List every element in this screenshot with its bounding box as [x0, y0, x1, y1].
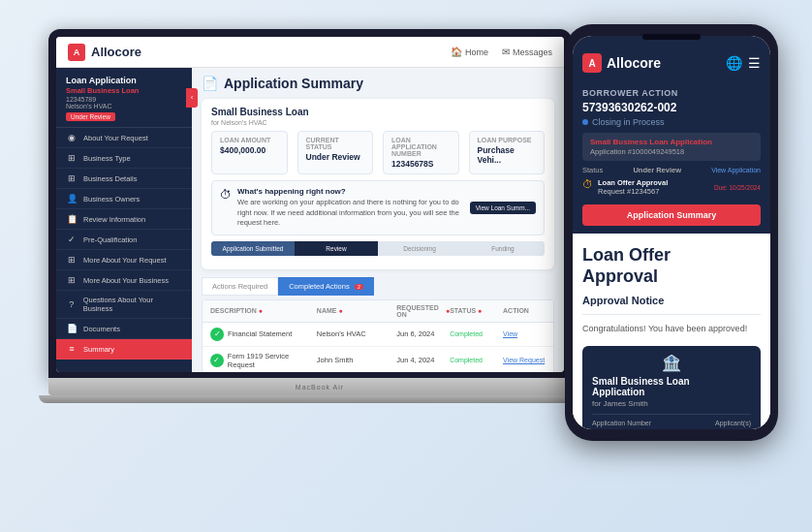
loan-status-card: Current Status Under Review — [297, 131, 374, 174]
sidebar-item-business-owners[interactable]: 👤 Business Owners — [56, 189, 192, 209]
cell-date-0: Jun 6, 2024 — [396, 329, 450, 338]
logo-text: Allocore — [91, 45, 141, 59]
table-row: ✓ Form 1919 Service Request John Smith J… — [203, 347, 553, 373]
happening-box: ⏱ What's happening right now? We are wor… — [211, 180, 545, 235]
borrower-offer-left: ⏱ Loan Offer Approval Request #1234567 — [582, 178, 668, 196]
col-description: Description ● — [210, 304, 317, 318]
nav-messages[interactable]: ✉ Messages — [502, 47, 552, 57]
sidebar-item-about[interactable]: ◉ About Your Request — [56, 128, 192, 148]
phone-globe-icon[interactable]: 🌐 — [726, 55, 742, 71]
more-business-icon: ⊞ — [66, 275, 78, 285]
col-requested-on: Requested On ● — [396, 304, 450, 318]
sidebar-item-business-type[interactable]: ⊞ Business Type — [56, 148, 192, 169]
progress-step-funding: Funding — [461, 241, 545, 256]
phone: A Allocore 🌐 ☰ Borrower Action 573936302… — [565, 24, 778, 441]
borrower-action-panel: Borrower Action 57393630262-002 Closing … — [573, 80, 770, 234]
col-name: Name ● — [317, 304, 396, 318]
phone-screen: A Allocore 🌐 ☰ Borrower Action 573936302… — [573, 36, 770, 429]
progress-step-submitted: Application Submitted — [211, 241, 295, 256]
sidebar-item-documents[interactable]: 📄 Documents — [56, 319, 192, 339]
sidebar-loan-id: 12345789 — [66, 96, 182, 103]
sidebar-item-prequalification[interactable]: ✓ Pre-Qualification — [56, 230, 192, 250]
status-completed-1: Completed — [450, 357, 483, 363]
progress-bar: Application Submitted Review Decisioning… — [211, 241, 545, 256]
loan-info-row: Loan Amount $400,000.00 Current Status U… — [211, 131, 545, 174]
loan-number-value: 12345678S — [391, 159, 451, 169]
sidebar-item-summary[interactable]: ≡ Summary — [56, 339, 192, 360]
cell-action-1[interactable]: View Request — [503, 357, 546, 363]
borrower-offer-title: Loan Offer Approval — [598, 178, 668, 187]
cell-action-0[interactable]: View — [503, 330, 546, 337]
progress-step-decisioning: Decisioning — [378, 241, 461, 256]
loan-offer-text: Congratulations! You have been approved! — [582, 323, 761, 336]
status-check-1: ✓ — [210, 354, 224, 367]
phone-app-logo: A Allocore — [582, 53, 661, 73]
sidebar-item-more-request[interactable]: ⊞ More About Your Request — [56, 250, 192, 270]
loan-amount-label: Loan Amount — [220, 137, 279, 143]
borrower-closing: Closing in Process — [582, 117, 761, 127]
divider-1 — [582, 314, 761, 315]
borrower-offer-due: Due: 10/25/2024 — [714, 184, 761, 191]
loan-card-title: Small Business LoanApplication — [592, 376, 751, 397]
sidebar-item-more-business[interactable]: ⊞ More About Your Business — [56, 270, 192, 291]
questions-icon: ? — [66, 299, 78, 309]
cell-date-1: Jun 4, 2024 — [396, 356, 450, 364]
view-btn-1[interactable]: View Request — [503, 357, 545, 363]
view-loan-summary-btn[interactable]: View Loan Summ... — [470, 202, 536, 214]
main-content: 📄 Application Summary Small Business Loa… — [192, 68, 564, 372]
col-action: Action — [503, 304, 546, 318]
app-summary-btn[interactable]: Application Summary — [582, 204, 761, 226]
phone-header-icons: 🌐 ☰ — [726, 55, 761, 71]
loan-name: Small Business Loan — [211, 107, 309, 117]
happening-title: What's happening right now? — [237, 187, 464, 196]
loan-amount-value: $400,000.00 — [220, 145, 279, 155]
loan-purpose-card: Loan Purpose Purchase Vehi... — [469, 131, 546, 174]
loan-card-subtitle: for James Smith — [592, 399, 751, 408]
sidebar-loan-type: Small Business Loan — [66, 86, 182, 95]
sidebar-item-questions[interactable]: ? Questions About Your Business — [56, 291, 192, 319]
documents-icon: 📄 — [66, 324, 78, 333]
loan-purpose-value: Purchase Vehi... — [478, 145, 537, 165]
sidebar-toggle[interactable]: ‹ — [186, 88, 198, 108]
borrower-app-number: 57393630262-002 — [582, 101, 761, 114]
sidebar-business-name: Nelson's HVAC — [66, 103, 182, 110]
sidebar: Loan Application Small Business Loan 123… — [56, 68, 192, 372]
col-status: Status ● — [450, 304, 503, 318]
sidebar-item-review-info[interactable]: 📋 Review Information — [56, 209, 192, 230]
loan-card-phone: 🏦 Small Business LoanApplication for Jam… — [582, 346, 761, 429]
table-header: Description ● Name ● Requested On ● — [203, 300, 553, 323]
borrower-offer-request: Request #1234567 — [598, 187, 668, 196]
nav-home[interactable]: 🏠 Home — [451, 47, 488, 57]
laptop-model: MacBook Air — [296, 384, 344, 391]
borrower-offer-row: ⏱ Loan Offer Approval Request #1234567 D… — [582, 178, 761, 196]
laptop-screen: A Allocore 🏠 Home ✉ Messages — [56, 37, 564, 372]
tab-actions-required[interactable]: Actions Required — [202, 277, 278, 296]
sidebar-item-business-details[interactable]: ⊞ Business Details — [56, 169, 192, 189]
messages-icon: ✉ — [502, 47, 510, 57]
prequalification-icon: ✓ — [66, 235, 78, 244]
phone-logo-text: Allocore — [607, 55, 661, 71]
laptop: A Allocore 🏠 Home ✉ Messages — [48, 29, 591, 436]
about-icon: ◉ — [66, 133, 78, 142]
sidebar-header: Loan Application Small Business Loan 123… — [56, 68, 192, 128]
business-owners-icon: 👤 — [66, 194, 78, 203]
borrower-view-app-btn[interactable]: View Application — [711, 167, 761, 173]
loan-card-icon: 🏦 — [592, 354, 751, 372]
loan-number-card: Loan Application Number 12345678S — [383, 131, 459, 174]
actions-table: Description ● Name ● Requested On ● — [202, 299, 554, 373]
app-logo: A Allocore — [68, 44, 141, 61]
borrower-app-info-title: Small Business Loan Application — [590, 138, 753, 146]
header-nav: 🏠 Home ✉ Messages — [451, 47, 552, 57]
borrower-status-label: Status — [582, 166, 603, 174]
view-btn-0[interactable]: View — [503, 330, 517, 337]
tab-completed-actions[interactable]: Completed Actions 2 — [278, 277, 374, 296]
more-request-icon: ⊞ — [66, 255, 78, 265]
laptop-bezel: A Allocore 🏠 Home ✉ Messages — [48, 29, 572, 378]
business-details-icon: ⊞ — [66, 173, 78, 183]
loan-offer-section: Loan OfferApproval Approval Notice Congr… — [573, 234, 770, 429]
progress-step-review: Review — [295, 241, 378, 256]
offer-icon: ⏱ — [582, 178, 593, 190]
phone-menu-icon[interactable]: ☰ — [748, 55, 761, 71]
laptop-base: MacBook Air — [48, 378, 591, 395]
cell-status-0: Completed — [450, 330, 503, 337]
